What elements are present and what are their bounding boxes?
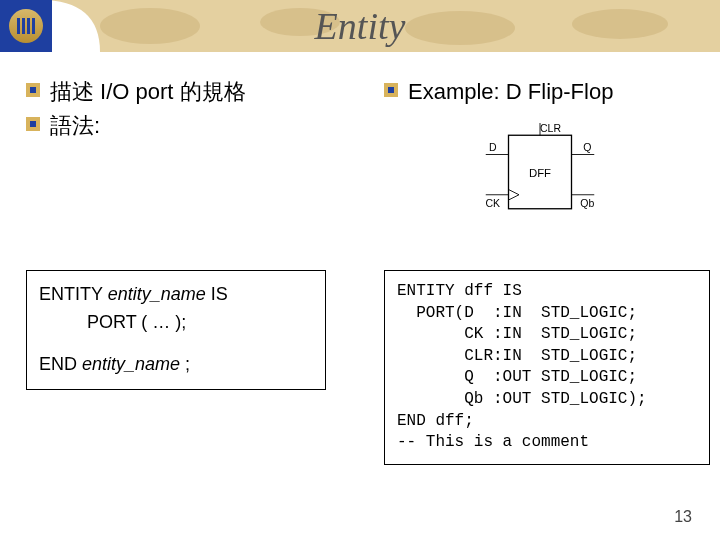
syntax-box: ENTITY entity_name IS PORT ( … ); END en…: [26, 270, 326, 390]
slide: Entity 描述 I/O port 的規格 語法: Example: D Fl…: [0, 0, 720, 540]
pin-d-label: D: [489, 141, 497, 153]
code-box: ENTITY dff IS PORT(D :IN STD_LOGIC; CK :…: [384, 270, 710, 465]
bullet-text: 描述 I/O port 的規格: [50, 78, 246, 106]
dff-block-label: DFF: [529, 167, 551, 179]
syntax-placeholder: entity_name: [82, 354, 180, 374]
pin-qb-label: Qb: [580, 197, 594, 209]
bullet-item: 語法:: [26, 112, 366, 140]
svg-rect-9: [388, 87, 394, 93]
pin-q-label: Q: [583, 141, 591, 153]
bullet-item: Example: D Flip-Flop: [384, 78, 710, 106]
title-band: Entity: [0, 0, 720, 52]
title-curve-decor: [40, 0, 120, 52]
org-logo: [0, 0, 52, 52]
right-column: Example: D Flip-Flop: [384, 78, 710, 112]
pin-ck-label: CK: [485, 197, 500, 209]
svg-point-3: [572, 9, 668, 39]
pin-clr-label: CLR: [540, 122, 561, 134]
bullet-icon: [26, 117, 40, 131]
svg-rect-7: [30, 121, 36, 127]
syntax-keyword: END: [39, 354, 82, 374]
left-column: 描述 I/O port 的規格 語法:: [26, 78, 366, 145]
syntax-placeholder: entity_name: [108, 284, 206, 304]
bullet-text: Example: D Flip-Flop: [408, 78, 613, 106]
slide-title: Entity: [315, 4, 406, 48]
bullet-item: 描述 I/O port 的規格: [26, 78, 366, 106]
bullet-text: 語法:: [50, 112, 100, 140]
dff-diagram: D CK Q Qb CLR DFF: [470, 118, 610, 226]
bullet-icon: [384, 83, 398, 97]
syntax-keyword: IS: [206, 284, 228, 304]
syntax-port-line: PORT ( … );: [39, 309, 313, 337]
syntax-keyword: ENTITY: [39, 284, 108, 304]
svg-rect-5: [30, 87, 36, 93]
bullet-icon: [26, 83, 40, 97]
page-number: 13: [674, 508, 692, 526]
svg-point-2: [405, 11, 515, 45]
content-area: 描述 I/O port 的規格 語法: Example: D Flip-Flop: [0, 78, 720, 528]
syntax-text: ;: [180, 354, 190, 374]
